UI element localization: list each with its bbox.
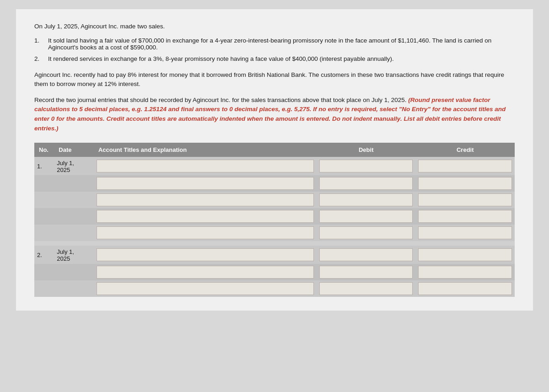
- entry-1-date-line2: 2025: [57, 166, 70, 173]
- entry-1-credit-input-3[interactable]: [418, 193, 512, 206]
- list-content-1: It sold land having a fair value of $700…: [48, 37, 515, 51]
- paragraph-1: Agincourt Inc. recently had to pay 8% in…: [34, 70, 515, 89]
- entry-1-debit-input-2[interactable]: [319, 177, 413, 190]
- opening-text: On July 1, 2025, Agincourt Inc. made two…: [34, 23, 515, 30]
- table-row: 1. July 1, 2025: [34, 157, 515, 175]
- table-row: [34, 264, 515, 280]
- table-row: 2. July 1, 2025: [34, 246, 515, 264]
- entry-1-account-1: [94, 157, 317, 175]
- entry-1-credit-5: [415, 225, 515, 241]
- list-num-1: 1.: [34, 37, 48, 51]
- entry-1-debit-5: [317, 225, 415, 241]
- entry-2-no: 2.: [34, 246, 54, 264]
- table-header-row: No. Date Account Titles and Explanation …: [34, 143, 515, 157]
- entry-1-debit-input-1[interactable]: [319, 160, 413, 172]
- entry-1-credit-input-2[interactable]: [418, 177, 512, 190]
- entry-1-date-empty-4: [54, 208, 94, 225]
- entry-2-account-input-3[interactable]: [97, 282, 314, 295]
- entry-1-credit-4: [415, 208, 515, 225]
- header-credit: Credit: [415, 143, 515, 157]
- list-item-1: 1. It sold land having a fair value of $…: [34, 37, 515, 51]
- table-row: [34, 225, 515, 241]
- entry-2-debit-3: [317, 280, 415, 297]
- entry-1-credit-3: [415, 192, 515, 208]
- entry-2-account-3: [94, 280, 317, 297]
- entry-2-no-empty-3: [34, 280, 54, 297]
- list-num-2: 2.: [34, 55, 48, 62]
- entry-1-account-5: [94, 225, 317, 241]
- entry-2-debit-input-1[interactable]: [319, 248, 413, 261]
- entry-1-date: July 1, 2025: [54, 157, 94, 175]
- entry-1-no-empty-2: [34, 175, 54, 192]
- entry-2-date: July 1, 2025: [54, 246, 94, 264]
- entry-1-no: 1.: [34, 157, 54, 175]
- entry-1-no-empty-3: [34, 192, 54, 208]
- instructions-text: Record the two journal entries that shou…: [34, 96, 515, 134]
- entry-2-credit-input-2[interactable]: [418, 266, 512, 279]
- entry-2-credit-1: [415, 246, 515, 264]
- table-row: [34, 192, 515, 208]
- entry-1-date-empty-5: [54, 225, 94, 241]
- entry-2-debit-input-3[interactable]: [319, 282, 413, 295]
- entry-1-debit-input-5[interactable]: [319, 226, 413, 239]
- entry-1-credit-1: [415, 157, 515, 175]
- entry-1-credit-input-5[interactable]: [418, 226, 512, 239]
- entry-1-no-empty-5: [34, 225, 54, 241]
- header-debit: Debit: [317, 143, 415, 157]
- entry-2-debit-2: [317, 264, 415, 280]
- main-container: On July 1, 2025, Agincourt Inc. made two…: [16, 9, 533, 311]
- entry-1-debit-3: [317, 192, 415, 208]
- entry-2-debit-1: [317, 246, 415, 264]
- entry-2-credit-input-3[interactable]: [418, 282, 512, 295]
- entry-1-no-empty-4: [34, 208, 54, 225]
- entry-2-credit-input-1[interactable]: [418, 248, 512, 261]
- journal-table: No. Date Account Titles and Explanation …: [34, 143, 515, 297]
- entry-1-debit-4: [317, 208, 415, 225]
- entry-1-date-empty-3: [54, 192, 94, 208]
- header-no: No.: [34, 143, 54, 157]
- entry-1-account-3: [94, 192, 317, 208]
- header-account: Account Titles and Explanation: [94, 143, 317, 157]
- entry-1-account-2: [94, 175, 317, 192]
- entry-2-account-input-1[interactable]: [97, 248, 314, 261]
- list-content-2: It rendered services in exchange for a 3…: [48, 55, 515, 62]
- entry-1-credit-input-4[interactable]: [418, 210, 512, 223]
- table-row: [34, 208, 515, 225]
- instructions-normal: Record the two journal entries that shou…: [34, 97, 407, 103]
- entry-2-account-input-2[interactable]: [97, 266, 314, 279]
- list-item-2: 2. It rendered services in exchange for …: [34, 55, 515, 62]
- entry-1-account-4: [94, 208, 317, 225]
- entry-1-date-empty-2: [54, 175, 94, 192]
- header-date: Date: [54, 143, 94, 157]
- entry-2-date-empty-2: [54, 264, 94, 280]
- entry-2-date-line2: 2025: [57, 255, 70, 262]
- table-row: [34, 280, 515, 297]
- spacer-row: [34, 241, 515, 246]
- entry-1-debit-1: [317, 157, 415, 175]
- entry-2-account-1: [94, 246, 317, 264]
- entry-2-debit-input-2[interactable]: [319, 266, 413, 279]
- entry-1-debit-input-4[interactable]: [319, 210, 413, 223]
- entry-2-credit-3: [415, 280, 515, 297]
- entry-1-account-input-2[interactable]: [97, 177, 314, 190]
- entry-1-date-line1: July 1,: [57, 160, 74, 166]
- entry-2-no-empty-2: [34, 264, 54, 280]
- entry-1-account-input-4[interactable]: [97, 210, 314, 223]
- entry-1-account-input-1[interactable]: [97, 160, 314, 172]
- entry-1-credit-input-1[interactable]: [418, 160, 512, 172]
- entry-1-credit-2: [415, 175, 515, 192]
- entry-2-credit-2: [415, 264, 515, 280]
- entry-2-date-empty-3: [54, 280, 94, 297]
- table-row: [34, 175, 515, 192]
- entry-2-date-line1: July 1,: [57, 248, 74, 255]
- entry-2-account-2: [94, 264, 317, 280]
- entry-1-debit-2: [317, 175, 415, 192]
- entry-1-account-input-3[interactable]: [97, 193, 314, 206]
- entry-1-debit-input-3[interactable]: [319, 193, 413, 206]
- entry-1-account-input-5[interactable]: [97, 226, 314, 239]
